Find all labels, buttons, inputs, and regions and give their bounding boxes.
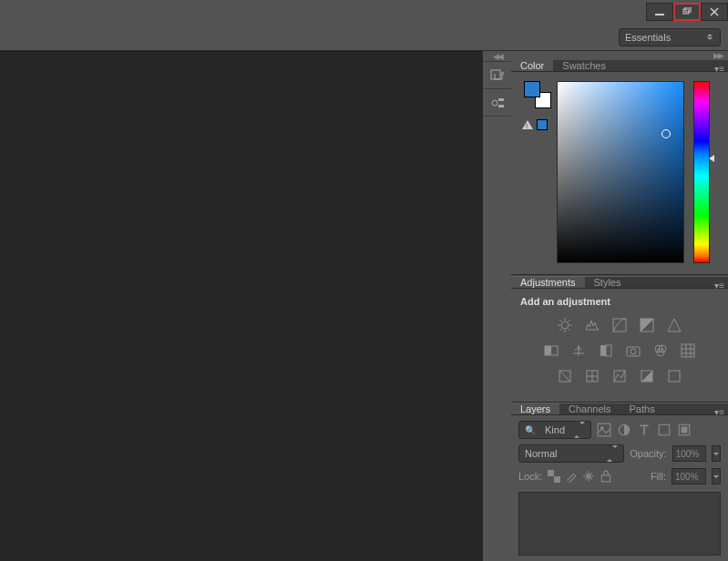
panel-menu-icon[interactable]: ▾≡ [714, 280, 724, 291]
blend-mode-label: Normal [525, 448, 557, 459]
photo-filter-icon[interactable] [624, 342, 642, 360]
layer-filter-icons [597, 423, 692, 437]
color-lookup-icon[interactable] [679, 342, 697, 360]
tab-paths[interactable]: Paths [620, 403, 664, 414]
svg-rect-31 [682, 427, 688, 434]
filter-adjustment-icon[interactable] [617, 423, 631, 437]
blend-mode-select[interactable]: Normal [518, 444, 624, 463]
workspace-switcher[interactable]: Essentials [619, 28, 721, 46]
channel-mixer-icon[interactable] [651, 342, 670, 360]
adjustments-panel: Add an adjustment [511, 289, 728, 402]
opacity-label: Opacity: [630, 448, 666, 459]
gamut-warning [522, 119, 548, 130]
lock-pixels-icon[interactable] [565, 470, 578, 483]
svg-rect-20 [682, 344, 694, 357]
panel-menu-icon[interactable]: ▾≡ [714, 407, 724, 417]
color-balance-icon[interactable] [569, 342, 588, 360]
svg-point-12 [578, 346, 580, 349]
layers-panel: 🔍 Kind Normal Opacity: 100 [511, 415, 728, 561]
svg-rect-32 [548, 470, 554, 476]
black-white-icon[interactable] [597, 342, 615, 360]
window-controls [646, 3, 728, 21]
hue-thumb-icon [709, 155, 714, 162]
posterize-icon[interactable] [583, 367, 601, 385]
gradient-map-icon[interactable] [638, 367, 656, 385]
dropdown-arrows-icon [574, 424, 585, 435]
vibrance-icon[interactable] [665, 316, 683, 334]
canvas-area [0, 51, 482, 561]
tab-layers[interactable]: Layers [511, 403, 559, 414]
hue-saturation-icon[interactable] [542, 342, 560, 360]
filter-smart-icon[interactable] [677, 423, 692, 437]
main-area: ◀◀ ▶▶ Color Swatches ▾≡ [0, 51, 728, 561]
svg-rect-5 [498, 98, 504, 101]
warning-icon [522, 120, 533, 129]
tab-swatches[interactable]: Swatches [553, 60, 615, 71]
dropdown-arrows-icon [607, 448, 618, 459]
color-panel-tabs: Color Swatches ▾≡ [511, 60, 728, 72]
layers-list[interactable] [518, 492, 721, 556]
svg-point-7 [561, 321, 569, 329]
tab-styles[interactable]: Styles [585, 277, 631, 288]
svg-rect-3 [491, 70, 500, 79]
filter-pixel-icon[interactable] [597, 423, 611, 437]
title-bar [0, 0, 728, 24]
svg-rect-25 [669, 371, 680, 382]
layers-panel-tabs: Layers Channels Paths ▾≡ [511, 403, 728, 415]
hue-slider[interactable] [693, 81, 710, 263]
search-icon: 🔍 [525, 425, 536, 435]
lock-all-icon[interactable] [600, 470, 612, 483]
svg-rect-26 [598, 423, 610, 436]
dock-header: ▶▶ [511, 51, 728, 60]
tab-channels[interactable]: Channels [559, 403, 620, 414]
color-field[interactable] [557, 81, 684, 263]
options-bar: Essentials [0, 24, 728, 51]
fill-dropdown[interactable] [712, 468, 721, 484]
selective-color-icon[interactable] [665, 367, 683, 385]
svg-rect-6 [498, 105, 504, 107]
exposure-icon[interactable] [638, 316, 656, 334]
tab-color[interactable]: Color [511, 60, 553, 71]
svg-rect-11 [545, 346, 551, 355]
lock-transparent-icon[interactable] [548, 470, 560, 483]
filter-type-icon[interactable] [637, 423, 651, 437]
minimize-button[interactable] [646, 3, 673, 21]
properties-panel-icon[interactable] [483, 89, 511, 117]
color-cursor-icon [661, 129, 671, 138]
svg-rect-8 [613, 319, 626, 332]
lock-position-icon[interactable] [582, 470, 595, 483]
filter-label: Kind [545, 424, 565, 435]
history-panel-icon[interactable] [483, 62, 511, 89]
svg-rect-33 [554, 476, 560, 483]
filter-shape-icon[interactable] [657, 423, 672, 437]
panel-menu-icon[interactable]: ▾≡ [714, 64, 724, 74]
tab-adjustments[interactable]: Adjustments [511, 277, 585, 288]
restore-button[interactable] [673, 3, 701, 21]
fg-bg-swatches [524, 81, 546, 103]
expand-arrows-icon[interactable]: ▶▶ [713, 51, 723, 60]
brightness-contrast-icon[interactable] [556, 316, 574, 334]
threshold-icon[interactable] [610, 367, 629, 385]
lock-label: Lock: [518, 471, 542, 482]
gamut-swatch[interactable] [537, 119, 548, 130]
adjustments-panel-tabs: Adjustments Styles ▾≡ [511, 277, 728, 289]
fill-label: Fill: [651, 471, 666, 482]
svg-rect-34 [602, 475, 610, 482]
collapse-arrows-icon: ◀◀ [493, 52, 502, 61]
opacity-dropdown[interactable] [712, 445, 721, 462]
foreground-color-swatch[interactable] [524, 81, 540, 97]
color-swatch-column [522, 81, 548, 263]
dock-expand-toggle[interactable]: ◀◀ [483, 51, 511, 62]
workspace-label: Essentials [625, 32, 671, 43]
color-panel [511, 72, 728, 274]
svg-rect-0 [655, 14, 664, 15]
levels-icon[interactable] [583, 316, 601, 334]
layer-filter-select[interactable]: 🔍 Kind [518, 421, 591, 439]
invert-icon[interactable] [556, 367, 574, 385]
close-button[interactable] [701, 3, 728, 21]
fill-input[interactable]: 100% [672, 468, 706, 484]
curves-icon[interactable] [610, 316, 629, 334]
opacity-input[interactable]: 100% [672, 445, 707, 462]
svg-rect-13 [600, 345, 606, 356]
svg-rect-29 [659, 424, 669, 434]
